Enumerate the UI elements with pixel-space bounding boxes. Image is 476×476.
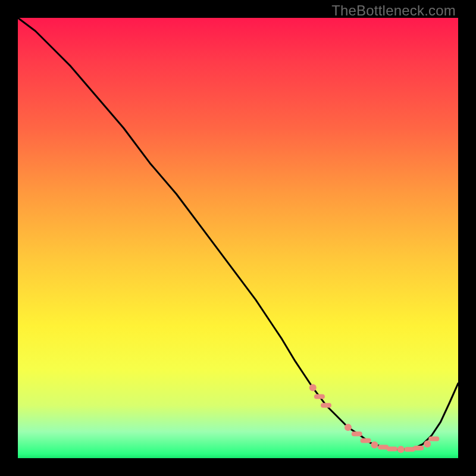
marker-dash [314,394,325,399]
series-line [18,18,458,449]
marker-dot [424,440,431,447]
marker-dash [387,447,397,452]
marker-dot [345,424,352,431]
series-markers [309,384,440,453]
marker-dot [309,384,317,392]
watermark-text: TheBottleneck.com [331,2,456,19]
chart-svg [18,18,458,458]
marker-dot [397,446,405,453]
outer-frame: TheBottleneck.com [0,0,476,476]
marker-dash [428,436,439,441]
marker-dash [361,438,371,443]
plot-area [18,18,458,458]
marker-dash [321,403,331,408]
marker-dot [371,441,378,449]
marker-dash [413,446,424,450]
marker-dash [352,431,362,436]
